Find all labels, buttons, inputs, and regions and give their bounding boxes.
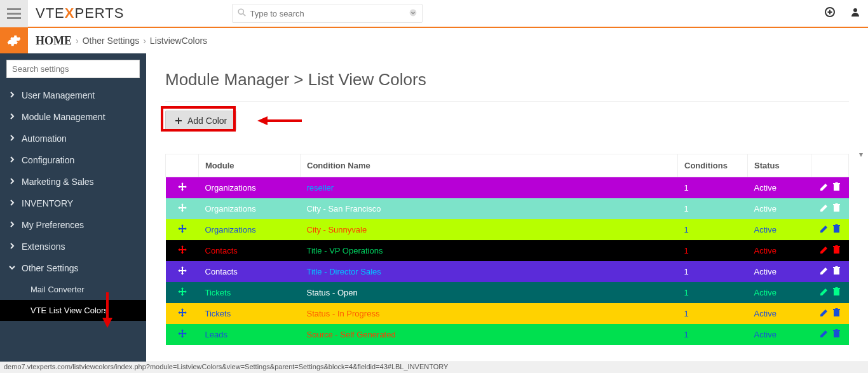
menu-toggle-button[interactable] [0,0,28,27]
cell-condition-name[interactable]: reseller [301,177,678,199]
add-icon[interactable] [825,7,835,20]
trash-icon[interactable] [832,245,841,256]
plus-icon [175,117,182,125]
edit-icon[interactable] [820,203,829,214]
chevron-right-icon [9,220,15,229]
svg-rect-16 [835,203,837,205]
svg-rect-25 [835,266,837,268]
sidebar-search-input[interactable] [6,60,140,78]
svg-rect-31 [835,308,837,309]
add-color-button[interactable]: Add Color [165,111,236,131]
sidebar-item-user-management[interactable]: User Management [0,85,146,106]
trash-icon[interactable] [832,308,841,319]
edit-icon[interactable] [820,287,829,298]
sidebar-item-extensions[interactable]: Extensions [0,236,146,257]
svg-point-6 [853,8,857,12]
cell-module: Organizations [199,177,301,199]
sidebar-item-marketing-sales[interactable]: Marketing & Sales [0,171,146,193]
user-icon[interactable] [850,7,860,20]
trash-icon[interactable] [832,287,841,298]
cell-status: Active [748,240,811,261]
add-color-label: Add Color [187,116,227,126]
svg-rect-17 [834,226,839,233]
drag-handle-icon[interactable] [178,224,187,235]
cell-condition-name[interactable]: Title - Director Sales [301,261,678,282]
cell-condition-name[interactable]: City - Sunnyvale [301,219,678,240]
trash-icon[interactable] [832,224,841,235]
sidebar-item-my-preferences[interactable]: My Preferences [0,214,146,236]
col-conditions: Conditions [678,154,748,177]
col-status: Status [748,154,811,177]
svg-rect-20 [834,247,839,254]
table-row: Organizationsreseller1Active [166,177,849,199]
edit-icon[interactable] [820,308,829,319]
drag-handle-icon[interactable] [178,266,187,277]
colors-table: Module Condition Name Conditions Status … [165,154,849,345]
sidebar-item-other-settings[interactable]: Other Settings [0,257,146,279]
global-search-input[interactable] [250,9,409,18]
cell-status: Active [748,219,811,240]
edit-icon[interactable] [820,329,829,340]
breadcrumb-item: ListviewColors [150,36,207,46]
cell-condition-name[interactable]: Status - Open [301,282,678,303]
sidebar-item-automation[interactable]: Automation [0,128,146,149]
svg-marker-10 [257,116,268,125]
cell-condition-name[interactable]: Status - In Progress [301,303,678,324]
sidebar-item-configuration[interactable]: Configuration [0,149,146,171]
edit-icon[interactable] [820,182,829,193]
cell-conditions: 1 [678,240,748,261]
svg-rect-28 [835,287,837,288]
svg-point-0 [239,9,244,14]
trash-icon[interactable] [832,329,841,340]
drag-handle-icon[interactable] [178,287,187,298]
cell-conditions: 1 [678,261,748,282]
col-condition: Condition Name [301,154,678,177]
search-icon [238,8,246,18]
cell-condition-name[interactable]: City - San Francisco [301,198,678,219]
edit-icon[interactable] [820,224,829,235]
sort-indicator-icon: ▾ [859,150,863,159]
breadcrumb-item[interactable]: Other Settings [83,36,140,46]
drag-handle-icon[interactable] [178,182,187,193]
table-header-row: Module Condition Name Conditions Status [166,154,849,177]
trash-icon[interactable] [832,182,841,193]
svg-rect-23 [834,268,839,275]
sidebar-subitem-vte-list-view-colors[interactable]: VTE List View Colors [0,300,146,321]
drag-handle-icon[interactable] [178,329,187,340]
cell-module: Tickets [199,282,301,303]
cell-conditions: 1 [678,282,748,303]
chevron-down-icon[interactable] [409,9,417,18]
cell-status: Active [748,324,811,345]
drag-handle-icon[interactable] [178,308,187,319]
divider [165,101,849,102]
edit-icon[interactable] [820,266,829,277]
chevron-right-icon [9,156,15,165]
cell-condition-name[interactable]: Title - VP Operations [301,240,678,261]
cell-conditions: 1 [678,177,748,199]
svg-rect-34 [835,329,837,330]
sidebar-item-label: User Management [22,90,95,100]
breadcrumb-home[interactable]: HOME [36,34,72,48]
col-actions [811,154,849,177]
breadcrumb-sep: › [143,36,146,46]
trash-icon[interactable] [832,266,841,277]
cell-condition-name[interactable]: Source - Self Generated [301,324,678,345]
drag-handle-icon[interactable] [178,245,187,256]
svg-rect-26 [834,289,839,295]
table-row: OrganizationsCity - San Francisco1Active [166,198,849,219]
cell-status: Active [748,198,811,219]
content-area: Module Manager > List View Colors Add Co… [146,53,868,362]
cell-module: Leads [199,324,301,345]
global-search[interactable] [232,4,423,23]
sidebar-subitem-mail-converter[interactable]: Mail Converter [0,279,146,300]
sidebar-item-module-management[interactable]: Module Management [0,106,146,128]
sidebar-item-inventory[interactable]: INVENTORY [0,193,146,214]
drag-handle-icon[interactable] [178,203,187,214]
svg-rect-13 [835,182,837,184]
app-logo: VTEXPERTS [36,5,124,22]
svg-rect-22 [835,245,837,247]
edit-icon[interactable] [820,245,829,256]
settings-gear-button[interactable] [0,28,28,53]
trash-icon[interactable] [832,203,841,214]
table-row: ContactsTitle - VP Operations1Active [166,240,849,261]
